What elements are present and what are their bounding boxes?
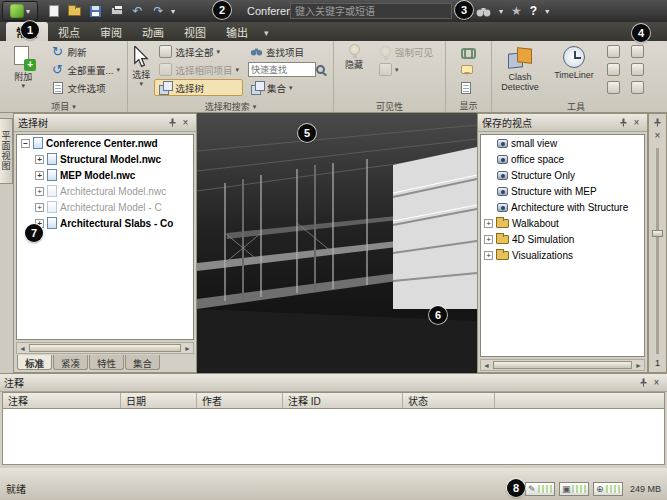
tab-sets[interactable]: 集合 xyxy=(125,355,160,370)
tools-small-button-3[interactable] xyxy=(603,79,624,96)
scroll-right-icon[interactable]: ► xyxy=(182,345,193,352)
tools-small-button-6[interactable] xyxy=(627,79,648,96)
panel-display-launcher[interactable]: 显示 xyxy=(446,99,491,112)
scroll-thumb[interactable] xyxy=(29,344,181,352)
tilt-slider-thumb[interactable] xyxy=(652,230,663,237)
close-icon[interactable]: × xyxy=(630,116,643,129)
horizontal-scrollbar[interactable]: ◄ ► xyxy=(16,342,194,354)
quick-properties-button[interactable] xyxy=(457,61,480,78)
help-caret-icon[interactable]: ▾ xyxy=(545,7,549,16)
viewpoint-item[interactable]: Structure Only xyxy=(481,167,644,183)
column-author[interactable]: 作者 xyxy=(197,393,283,408)
pin-icon[interactable] xyxy=(617,116,630,129)
clash-detective-button[interactable]: Clash Detective xyxy=(495,43,545,98)
tab-standard[interactable]: 标准 xyxy=(17,355,52,370)
expand-icon[interactable]: + xyxy=(35,171,44,180)
refresh-button[interactable]: ↻ 刷新 xyxy=(47,43,124,60)
undo-button[interactable]: ↶ xyxy=(129,3,146,20)
help-button[interactable]: ? xyxy=(530,4,537,18)
tree-item[interactable]: + Structural Model.nwc xyxy=(17,151,193,167)
viewpoint-folder-item[interactable]: + Visualizations xyxy=(481,247,644,263)
scroll-left-icon[interactable]: ◄ xyxy=(17,345,28,352)
close-icon[interactable]: × xyxy=(650,376,663,389)
tree-item[interactable]: + MEP Model.nwc xyxy=(17,167,193,183)
links-button[interactable] xyxy=(457,43,480,60)
tree-item[interactable]: + Architectural Slabs - Co xyxy=(17,215,193,231)
require-button[interactable]: 强制可见 xyxy=(374,43,437,60)
pin-icon[interactable] xyxy=(651,116,664,129)
panel-project-launcher[interactable]: 项目 ▾ xyxy=(0,100,127,113)
pin-icon[interactable] xyxy=(166,116,179,129)
collapse-icon[interactable]: − xyxy=(21,139,30,148)
viewpoint-folder-item[interactable]: + Walkabout xyxy=(481,215,644,231)
sets-button[interactable]: 集合 ▾ xyxy=(246,79,330,96)
select-button[interactable]: 选择 ▾ xyxy=(131,43,151,98)
quick-find-search-icon[interactable] xyxy=(316,65,325,74)
horizontal-scrollbar[interactable]: ◄ ► xyxy=(480,359,645,371)
expand-icon[interactable]: + xyxy=(484,219,493,228)
close-icon[interactable]: × xyxy=(651,129,664,142)
open-button[interactable] xyxy=(66,3,83,20)
ribbon-display-caret-icon[interactable]: ▾ xyxy=(264,28,269,38)
search-binoculars-button[interactable] xyxy=(476,6,491,17)
pin-icon[interactable] xyxy=(637,376,650,389)
hide-unselected-button[interactable]: ▾ xyxy=(374,61,437,78)
column-comment[interactable]: 注释 xyxy=(3,393,121,408)
tab-properties[interactable]: 特性 xyxy=(89,355,124,370)
tools-small-button-5[interactable] xyxy=(627,61,648,78)
infocenter-search-input[interactable] xyxy=(290,3,452,19)
panel-tools-launcher[interactable]: 工具 xyxy=(492,100,660,113)
properties-button[interactable] xyxy=(457,79,480,96)
favorites-star-icon[interactable]: ★ xyxy=(511,4,522,18)
tools-small-button-4[interactable] xyxy=(627,43,648,60)
application-menu-button[interactable]: ▾ xyxy=(2,1,38,21)
panel-visibility-launcher[interactable]: 可见性 xyxy=(334,100,445,113)
viewpoint-item[interactable]: office space xyxy=(481,151,644,167)
column-date[interactable]: 日期 xyxy=(121,393,197,408)
selection-tree-button[interactable]: 选择树 xyxy=(154,79,243,96)
find-items-button[interactable]: 查找项目 xyxy=(246,43,330,60)
scroll-right-icon[interactable]: ► xyxy=(633,362,644,369)
select-same-button[interactable]: 选择相同项目 ▾ xyxy=(154,61,243,78)
file-options-button[interactable]: 文件选项 xyxy=(47,79,124,96)
plan-view-tab[interactable]: 平面视图 xyxy=(0,118,13,184)
redo-button[interactable]: ↷ xyxy=(150,3,167,20)
comments-table-body[interactable] xyxy=(2,408,665,465)
expand-icon[interactable]: + xyxy=(484,235,493,244)
viewpoint-item[interactable]: small view xyxy=(481,135,644,151)
column-comment-id[interactable]: 注释 ID xyxy=(283,393,403,408)
viewport[interactable] xyxy=(197,113,477,373)
tools-small-button-2[interactable] xyxy=(603,61,624,78)
tilt-slider[interactable] xyxy=(656,148,659,354)
append-button[interactable]: + 附加 ▾ xyxy=(3,43,44,98)
scroll-left-icon[interactable]: ◄ xyxy=(481,362,492,369)
viewpoint-item[interactable]: Architecture with Structure xyxy=(481,199,644,215)
hide-button[interactable]: 隐藏 xyxy=(337,43,371,98)
panel-select-search-launcher[interactable]: 选择和搜索 ▾ xyxy=(128,100,333,113)
tab-viewpoint[interactable]: 视点 xyxy=(48,22,90,41)
quick-find-input[interactable] xyxy=(248,62,316,77)
search-options-caret-icon[interactable]: ▾ xyxy=(499,7,503,16)
reset-all-button[interactable]: ↺ 全部重置... ▾ xyxy=(47,61,124,78)
expand-icon[interactable]: + xyxy=(484,251,493,260)
tab-output[interactable]: 输出 xyxy=(216,22,258,41)
tab-compact[interactable]: 紧凑 xyxy=(53,355,88,370)
expand-icon[interactable]: + xyxy=(35,155,44,164)
tab-view[interactable]: 视图 xyxy=(174,22,216,41)
new-file-button[interactable] xyxy=(45,3,62,20)
tab-animation[interactable]: 动画 xyxy=(132,22,174,41)
tree-item[interactable]: − Conference Center.nwd xyxy=(17,135,193,151)
select-all-button[interactable]: 选择全部 ▾ xyxy=(154,43,243,60)
viewpoint-folder-item[interactable]: + 4D Simulation xyxy=(481,231,644,247)
viewpoint-item[interactable]: Structure with MEP xyxy=(481,183,644,199)
tools-small-button-1[interactable] xyxy=(603,43,624,60)
tab-review[interactable]: 审阅 xyxy=(90,22,132,41)
tree-item[interactable]: + Architectural Model - C xyxy=(17,199,193,215)
qat-customize-caret-icon[interactable]: ▾ xyxy=(171,7,175,16)
expand-icon[interactable]: + xyxy=(35,203,44,212)
column-status[interactable]: 状态 xyxy=(403,393,495,408)
scroll-thumb[interactable] xyxy=(493,361,632,369)
expand-icon[interactable]: + xyxy=(35,187,44,196)
tree-item[interactable]: + Architectural Model.nwc xyxy=(17,183,193,199)
close-icon[interactable]: × xyxy=(179,116,192,129)
